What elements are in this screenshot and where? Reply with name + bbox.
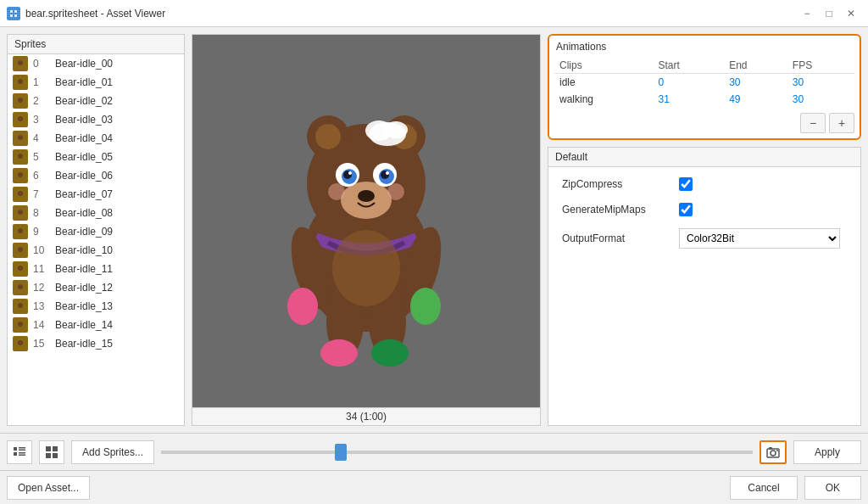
list-item[interactable]: 14 Bear-idle_14	[8, 316, 184, 334]
bear-preview	[248, 73, 485, 370]
animations-table: Clips Start End FPS idle 0 30 30 walking…	[554, 58, 854, 108]
list-item[interactable]: 13 Bear-idle_13	[8, 297, 184, 316]
anim-clip-name: walking	[554, 91, 654, 108]
svg-rect-4	[14, 14, 17, 17]
svg-point-66	[332, 230, 400, 306]
table-row[interactable]: idle 0 30 30	[554, 74, 854, 92]
generate-mipmaps-row: GenerateMipMaps	[562, 203, 847, 216]
sprites-list: 0 Bear-idle_00 1 Bear-idle_01 2 Bear-idl…	[8, 54, 184, 425]
sprite-name: Bear-idle_08	[55, 207, 113, 219]
table-row[interactable]: walking 31 49 30	[554, 91, 854, 108]
list-item[interactable]: 5 Bear-idle_05	[8, 148, 184, 166]
add-animation-button[interactable]: +	[829, 113, 854, 133]
grid-icon	[45, 445, 58, 459]
close-button[interactable]: ✕	[841, 5, 861, 22]
grid-view-icon-button[interactable]	[39, 440, 64, 464]
zip-compress-checkbox[interactable]	[679, 177, 693, 191]
minimize-button[interactable]: −	[797, 5, 817, 22]
anim-end: 30	[724, 74, 787, 92]
sprite-thumbnail	[13, 168, 28, 183]
default-title: Default	[548, 148, 860, 167]
sprite-name: Bear-idle_01	[55, 76, 113, 88]
sprites-label: Sprites	[8, 35, 184, 54]
snapshot-button[interactable]	[760, 440, 787, 464]
sprite-name: Bear-idle_05	[55, 151, 113, 163]
list-item[interactable]: 11 Bear-idle_11	[8, 260, 184, 278]
sprite-name: Bear-idle_02	[55, 95, 113, 107]
list-item[interactable]: 3 Bear-idle_03	[8, 110, 184, 129]
list-item[interactable]: 0 Bear-idle_00	[8, 54, 184, 73]
list-item[interactable]: 8 Bear-idle_08	[8, 204, 184, 222]
apply-button[interactable]: Apply	[793, 440, 861, 464]
sprite-thumbnail	[13, 131, 28, 146]
sprite-name: Bear-idle_06	[55, 170, 113, 182]
svg-point-10	[18, 98, 23, 103]
frame-info: 34 (1:00)	[346, 411, 387, 423]
list-item[interactable]: 1 Bear-idle_01	[8, 73, 184, 92]
sprite-name: Bear-idle_03	[55, 114, 113, 126]
sprite-thumbnail	[13, 317, 28, 333]
list-item[interactable]: 4 Bear-idle_04	[8, 129, 184, 148]
sprite-number: 1	[33, 76, 50, 88]
bottom-action-bar: Open Asset... Cancel OK	[0, 470, 868, 504]
output-format-select[interactable]: Color32BitColor16BitColor8Bit	[679, 228, 840, 249]
list-icon	[13, 445, 26, 459]
svg-point-18	[18, 172, 23, 177]
title-bar-left: bear.spritesheet - Asset Viewer	[7, 7, 165, 20]
sprite-number: 3	[33, 114, 50, 126]
sprite-number: 10	[33, 244, 50, 256]
sprite-name: Bear-idle_15	[55, 338, 113, 350]
add-sprites-button[interactable]: Add Sprites...	[71, 440, 154, 464]
preview-footer: 34 (1:00)	[192, 407, 540, 425]
window-controls: − □ ✕	[797, 5, 861, 22]
svg-point-16	[18, 154, 23, 159]
list-item[interactable]: 15 Bear-idle_15	[8, 334, 184, 353]
svg-rect-69	[19, 449, 25, 451]
remove-animation-button[interactable]: −	[800, 113, 826, 133]
sprite-number: 5	[33, 151, 50, 163]
output-format-label: OutputFormat	[562, 232, 672, 244]
maximize-button[interactable]: □	[819, 5, 839, 22]
list-item[interactable]: 12 Bear-idle_12	[8, 278, 184, 297]
svg-point-54	[387, 183, 404, 200]
svg-rect-71	[19, 452, 25, 454]
sprite-thumbnail	[13, 75, 28, 90]
list-item[interactable]: 10 Bear-idle_10	[8, 241, 184, 260]
default-content: ZipCompress GenerateMipMaps OutputFormat…	[548, 167, 860, 259]
sprite-name: Bear-idle_09	[55, 226, 113, 238]
sprite-number: 9	[33, 226, 50, 238]
generate-mipmaps-checkbox[interactable]	[679, 203, 693, 216]
timeline-slider[interactable]	[161, 451, 753, 454]
sprite-list-icon-button[interactable]	[7, 440, 32, 464]
list-item[interactable]: 6 Bear-idle_06	[8, 166, 184, 185]
sprite-number: 11	[33, 263, 50, 275]
col-fps: FPS	[787, 58, 854, 74]
svg-point-8	[18, 79, 23, 84]
sprite-number: 2	[33, 95, 50, 107]
cancel-button[interactable]: Cancel	[730, 476, 797, 500]
sprite-name: Bear-idle_11	[55, 263, 113, 275]
sprite-name: Bear-idle_13	[55, 300, 113, 312]
sprite-thumbnail	[13, 336, 28, 351]
ok-button[interactable]: OK	[804, 476, 861, 500]
list-item[interactable]: 7 Bear-idle_07	[8, 185, 184, 204]
sprite-name: Bear-idle_07	[55, 188, 113, 200]
svg-rect-75	[46, 453, 51, 458]
generate-mipmaps-checkbox-container	[679, 203, 693, 216]
list-item[interactable]: 9 Bear-idle_09	[8, 222, 184, 241]
svg-rect-0	[8, 8, 19, 19]
svg-point-28	[18, 266, 23, 271]
svg-point-58	[410, 288, 441, 325]
svg-point-41	[315, 124, 341, 149]
anim-fps: 30	[787, 74, 854, 92]
sprite-thumbnail	[13, 299, 28, 314]
svg-point-50	[348, 171, 352, 175]
open-asset-button[interactable]: Open Asset...	[7, 476, 90, 500]
svg-rect-68	[19, 447, 25, 449]
col-start: Start	[654, 58, 725, 74]
zip-compress-row: ZipCompress	[562, 177, 847, 191]
list-item[interactable]: 2 Bear-idle_02	[8, 92, 184, 110]
svg-point-79	[771, 451, 776, 456]
sprite-number: 6	[33, 170, 50, 182]
main-content: Sprites 0 Bear-idle_00 1 Bear-idle_01	[0, 27, 868, 433]
